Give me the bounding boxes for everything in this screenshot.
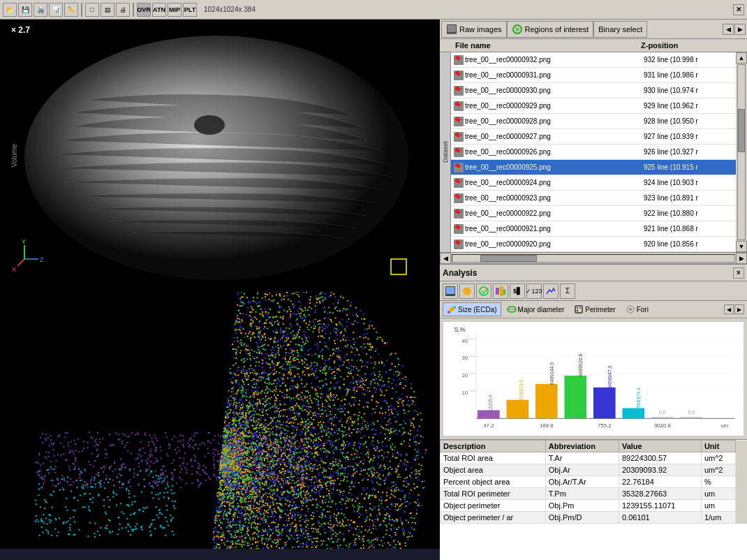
- file-row[interactable]: tree_00__rec00000925.png 925 line (10.91…: [451, 160, 736, 175]
- scroll-thumb[interactable]: [738, 109, 745, 153]
- file-name: tree_00__rec00000929.png: [465, 102, 644, 110]
- file-icon: [452, 131, 465, 143]
- svg-rect-83: [496, 288, 499, 295]
- analysis-tool-5[interactable]: [543, 283, 559, 299]
- metric-tab-prev[interactable]: ◀: [724, 304, 734, 314]
- scatter-view[interactable]: [0, 292, 440, 560]
- metric-tab-next[interactable]: ▶: [734, 304, 744, 314]
- scroll-up-btn[interactable]: ▲: [736, 52, 747, 64]
- mode-atn[interactable]: ATN: [152, 3, 166, 17]
- tab-navigation: ◀ ▶: [723, 24, 746, 35]
- analysis-table: Description Abbreviation Value Unit Tota…: [440, 440, 747, 524]
- icon6[interactable]: □: [85, 3, 99, 17]
- analysis-toolbar: $▋ ✓123 Σ: [440, 281, 747, 301]
- svg-text:8499020.8: 8499020.8: [578, 354, 583, 377]
- table-row: Object area Obj.Ar 20309093.92 um^2: [441, 464, 747, 476]
- mode-plt[interactable]: PLT: [183, 3, 197, 17]
- regions-icon: [512, 24, 523, 35]
- svg-line-5: [17, 259, 24, 266]
- mode-mip[interactable]: MIP: [168, 3, 182, 17]
- svg-rect-2: [391, 259, 406, 274]
- file-zpos: 927 line (10.939 r: [644, 133, 734, 140]
- metric-tab-major[interactable]: Major diameter: [503, 302, 569, 316]
- tab-raw-images[interactable]: Raw images: [441, 21, 507, 38]
- file-row[interactable]: tree_00__rec00000929.png 929 line (10.96…: [451, 98, 736, 114]
- scroll-down-btn[interactable]: ▼: [736, 241, 747, 252]
- tab-next-btn[interactable]: ▶: [734, 24, 746, 35]
- svg-text:40: 40: [461, 338, 468, 344]
- analysis-tool-2[interactable]: [459, 283, 475, 299]
- analysis-header: Analysis ×: [440, 265, 747, 281]
- cell-abbreviation: Obj.Pm/D: [545, 512, 619, 524]
- tab-raw-images-label: Raw images: [459, 25, 502, 34]
- cell-unit: um: [701, 500, 735, 512]
- svg-text:X: X: [12, 266, 16, 273]
- metric-tab-fori[interactable]: Fori: [621, 302, 653, 316]
- vscrollbar[interactable]: ▲ ▼: [736, 52, 747, 252]
- file-row[interactable]: tree_00__rec00000923.png 923 line (10.89…: [451, 191, 736, 206]
- left-panel: Volume × 2.7: [0, 20, 440, 560]
- file-row[interactable]: tree_00__rec00000922.png 922 line (10.88…: [451, 206, 736, 221]
- analysis-tool-4[interactable]: [493, 283, 508, 299]
- col-unit: Unit: [701, 441, 735, 452]
- file-row[interactable]: tree_00__rec00000931.png 931 line (10.98…: [451, 68, 736, 83]
- file-list[interactable]: tree_00__rec00000932.png 932 line (10.99…: [451, 52, 736, 252]
- cell-abbreviation: Obj.Ar: [545, 464, 619, 476]
- svg-text:508374.4: 508374.4: [636, 388, 641, 408]
- file-row[interactable]: tree_00__rec00000921.png 921 line (10.86…: [451, 221, 736, 237]
- tab-regions[interactable]: Regions of interest: [507, 21, 594, 38]
- main-toolbar: 📂 💾 🖨️ 📊 ✏️ □ ▤ 🖨 OVR ATN MIP PLT 1024x1…: [0, 0, 747, 20]
- cell-description: Total ROI perimeter: [441, 488, 546, 500]
- file-row[interactable]: tree_00__rec00000920.png 920 line (10.85…: [451, 237, 736, 252]
- svg-text:um: um: [720, 422, 728, 429]
- icon2[interactable]: 💾: [18, 3, 32, 17]
- icon8[interactable]: 🖨: [116, 3, 130, 17]
- file-row[interactable]: tree_00__rec00000927.png 927 line (10.93…: [451, 129, 736, 145]
- volume-view[interactable]: Volume × 2.7: [0, 20, 440, 292]
- svg-text:1026913.5: 1026913.5: [519, 379, 524, 402]
- metric-tab-size[interactable]: Size (ECDa): [443, 302, 501, 316]
- file-row[interactable]: tree_00__rec00000924.png 924 line (10.90…: [451, 175, 736, 191]
- tab-binary[interactable]: Binary select: [593, 21, 647, 38]
- chart-svg: S,% 40 30 20 10: [443, 322, 744, 436]
- icon4[interactable]: 📊: [49, 3, 63, 17]
- tab-prev-btn[interactable]: ◀: [723, 24, 734, 35]
- file-icon: [452, 115, 465, 128]
- svg-point-89: [453, 306, 456, 309]
- close-icon[interactable]: ✕: [733, 4, 744, 15]
- hscroll-right-btn[interactable]: ▶: [736, 253, 747, 264]
- file-zpos: 925 line (10.915 r: [644, 163, 734, 171]
- file-zpos: 930 line (10.974 r: [644, 87, 734, 94]
- icon7[interactable]: ▤: [101, 3, 114, 17]
- file-zpos: 920 line (10.856 r: [644, 240, 734, 248]
- file-row[interactable]: tree_00__rec00000932.png 932 line (10.99…: [451, 52, 736, 68]
- mode-ovr[interactable]: OVR: [137, 3, 151, 17]
- file-row[interactable]: tree_00__rec00000928.png 928 line (10.95…: [451, 114, 736, 129]
- file-row[interactable]: tree_00__rec00000930.png 930 line (10.97…: [451, 83, 736, 98]
- analysis-tool-sigma[interactable]: Σ: [560, 283, 575, 299]
- stats-tbody: Total ROI area T.Ar 89224300.57 um^2 Obj…: [441, 452, 747, 524]
- cell-unit: 1/um: [701, 512, 735, 524]
- svg-rect-118: [535, 384, 558, 418]
- metric-tabs: Size (ECDa) Major diameter Perimeter For…: [440, 301, 747, 318]
- analysis-tool-3[interactable]: [476, 283, 491, 299]
- file-icon: [452, 192, 465, 205]
- icon1[interactable]: 📂: [3, 3, 17, 17]
- svg-point-1: [194, 115, 225, 135]
- metric-tab-perimeter[interactable]: Perimeter: [570, 302, 619, 316]
- hscroll-thumb[interactable]: [480, 255, 537, 262]
- analysis-tool-dollar[interactable]: $▋: [510, 283, 525, 299]
- table-row: Total ROI area T.Ar 89224300.57 um^2: [441, 452, 747, 464]
- svg-point-88: [450, 307, 454, 311]
- icon3[interactable]: 🖨️: [34, 3, 47, 17]
- svg-rect-128: [680, 417, 702, 418]
- file-row[interactable]: tree_00__rec00000926.png 926 line (10.92…: [451, 145, 736, 160]
- analysis-tool-check[interactable]: ✓123: [526, 283, 542, 299]
- svg-text:188.8: 188.8: [540, 422, 554, 429]
- svg-rect-93: [577, 307, 578, 309]
- analysis-close-btn[interactable]: ×: [733, 267, 744, 279]
- analysis-tool-1[interactable]: [443, 283, 458, 299]
- icon5[interactable]: ✏️: [64, 3, 78, 17]
- stats-table: Description Abbreviation Value Unit Tota…: [440, 439, 747, 560]
- hscroll-left-btn[interactable]: ◀: [440, 253, 451, 264]
